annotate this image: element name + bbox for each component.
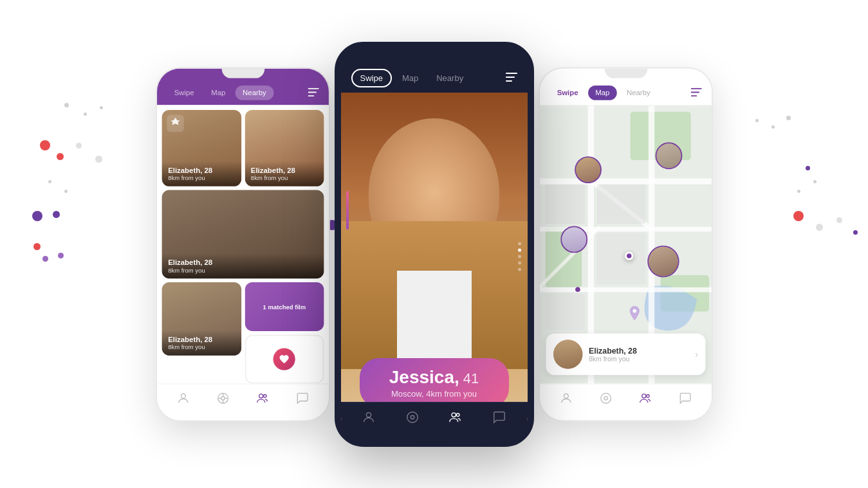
nav-person-right[interactable] <box>559 391 573 408</box>
swipe-dot-2 <box>518 248 521 251</box>
svg-point-41 <box>604 396 607 399</box>
card-overlay-4: Elizabeth, 28 8km from you <box>162 330 241 355</box>
map-location-pin <box>628 305 640 323</box>
map-pin-1[interactable] <box>574 156 601 183</box>
svg-point-3 <box>181 393 185 398</box>
svg-point-11 <box>263 394 266 397</box>
filter-icon-right[interactable] <box>690 86 701 99</box>
tab-swipe-left[interactable]: Swipe <box>167 86 201 100</box>
deco-dot <box>95 156 102 163</box>
svg-rect-37 <box>545 293 584 330</box>
card-overlay-3: Elizabeth, 28 8km from you <box>162 253 324 278</box>
nav-people-left[interactable] <box>256 391 270 408</box>
swipe-dot-3 <box>518 255 521 258</box>
svg-point-43 <box>646 394 649 397</box>
map-center-dot <box>625 251 633 260</box>
tab-map-left[interactable]: Map <box>203 86 232 100</box>
nav-film-right[interactable] <box>599 391 613 408</box>
map-pin-4[interactable] <box>647 246 679 277</box>
bottom-nav-center <box>341 402 528 440</box>
nav-people-right[interactable] <box>639 391 652 408</box>
svg-rect-12 <box>506 73 517 74</box>
nav-chat-right[interactable] <box>679 391 692 408</box>
deco-dot <box>853 230 858 235</box>
svg-point-42 <box>642 393 645 397</box>
phone-right: Swipe Map Nearby <box>539 67 713 421</box>
map-info-card[interactable]: Elizabeth, 28 8km from you › <box>546 333 705 375</box>
svg-rect-21 <box>690 91 699 93</box>
svg-rect-34 <box>545 184 584 223</box>
map-info-avatar <box>553 339 582 369</box>
svg-rect-29 <box>540 287 712 292</box>
deco-dot <box>64 103 69 107</box>
swipe-dots <box>518 242 521 271</box>
tab-map-center[interactable]: Map <box>394 70 426 86</box>
swipe-name-row: Jessica, 41 <box>379 367 490 388</box>
deco-dot <box>58 253 64 258</box>
map-pin-2[interactable] <box>655 142 682 169</box>
nav-chat-center[interactable] <box>492 410 506 428</box>
phone-left-inner: Swipe Map Nearby <box>157 68 329 420</box>
map-info-arrow[interactable]: › <box>695 348 698 359</box>
tab-nearby-left[interactable]: Nearby <box>235 86 273 100</box>
svg-point-10 <box>259 393 263 397</box>
grid-card-matched[interactable]: 1 matched film <box>245 282 324 330</box>
deco-dot <box>813 180 817 183</box>
grid-row-3: Elizabeth, 28 8km from you 1 matched fil… <box>162 282 324 383</box>
deco-dot <box>32 211 42 221</box>
map-area[interactable]: Elizabeth, 28 8km from you › <box>540 105 712 384</box>
grid-card-4[interactable]: Elizabeth, 28 8km from you <box>162 282 241 355</box>
grid-card-2[interactable]: Elizabeth, 28 8km from you <box>245 110 324 186</box>
deco-dot <box>42 256 48 262</box>
swipe-name: Jessica, <box>389 367 459 388</box>
swipe-card[interactable]: Jessica, 41 Moscow, 4km from you <box>341 93 528 420</box>
filter-icon-center[interactable] <box>506 71 517 85</box>
nav-film-center[interactable] <box>405 410 420 428</box>
svg-rect-14 <box>506 80 512 82</box>
svg-point-39 <box>564 393 568 398</box>
tab-map-right[interactable]: Map <box>587 86 616 100</box>
nav-person-left[interactable] <box>176 391 190 408</box>
svg-rect-1 <box>308 91 316 93</box>
svg-rect-27 <box>540 178 712 184</box>
tab-nearby-right[interactable]: Nearby <box>619 86 658 100</box>
nav-film-left[interactable] <box>216 391 230 408</box>
nav-person-center[interactable] <box>362 410 376 428</box>
card-name-4: Elizabeth, 28 <box>168 335 235 343</box>
notch-left <box>221 68 264 78</box>
deco-dot <box>806 166 810 170</box>
heart-button[interactable] <box>273 348 295 370</box>
svg-point-15 <box>367 412 371 417</box>
card-overlay-1: Elizabeth, 28 8km from you <box>162 161 241 186</box>
map-info-dist: 8km from you <box>589 355 688 362</box>
tab-nearby-center[interactable]: Nearby <box>429 70 471 86</box>
svg-rect-2 <box>308 95 314 96</box>
card-name-3: Elizabeth, 28 <box>168 258 318 266</box>
nav-people-center[interactable] <box>448 410 463 428</box>
swipe-location: Moscow, 4km from you <box>379 389 490 399</box>
tab-swipe-center[interactable]: Swipe <box>351 69 392 87</box>
svg-point-17 <box>411 415 414 419</box>
card-name-2: Elizabeth, 28 <box>250 166 317 174</box>
swipe-photo: Jessica, 41 Moscow, 4km from you <box>341 93 528 420</box>
svg-point-16 <box>407 411 418 422</box>
card-name-1: Elizabeth, 28 <box>168 166 235 174</box>
svg-point-18 <box>452 413 456 417</box>
grid-card-1[interactable]: Elizabeth, 28 8km from you <box>162 110 241 186</box>
deco-dot <box>771 125 775 129</box>
grid-card-heart[interactable] <box>245 334 324 383</box>
svg-point-19 <box>457 413 460 417</box>
nav-chat-left[interactable] <box>296 391 309 408</box>
phone-left: Swipe Map Nearby <box>156 67 330 421</box>
deco-dot <box>836 217 842 223</box>
shirt-area <box>397 271 472 369</box>
deco-dot <box>57 153 64 160</box>
notch-center <box>405 48 463 61</box>
nearby-grid-left: Elizabeth, 28 8km from you Elizabeth, 28… <box>157 105 329 388</box>
tab-swipe-right[interactable]: Swipe <box>549 86 586 100</box>
card-overlay-2: Elizabeth, 28 8km from you <box>245 161 324 186</box>
grid-card-3[interactable]: Elizabeth, 28 8km from you <box>162 190 324 278</box>
filter-icon-left[interactable] <box>308 86 319 99</box>
grid-row-1: Elizabeth, 28 8km from you Elizabeth, 28… <box>162 110 324 186</box>
map-pin-3[interactable] <box>560 226 587 253</box>
